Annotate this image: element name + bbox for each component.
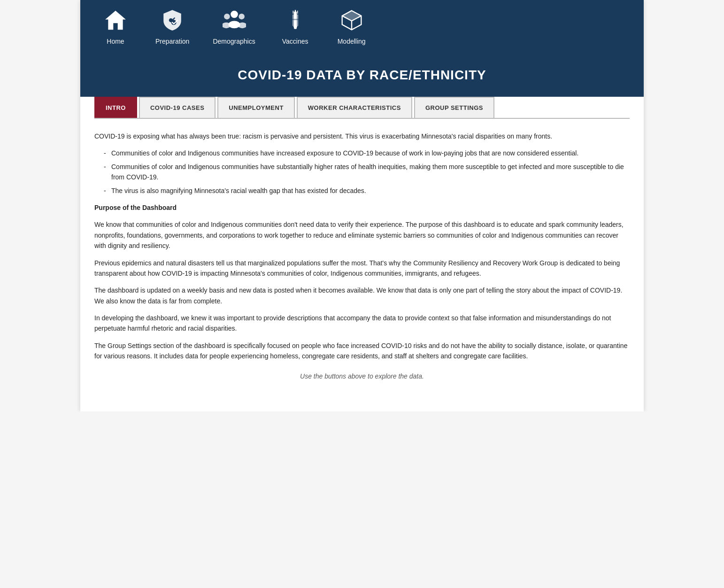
tab-worker-characteristics[interactable]: WORKER CHARACTERISTICS	[297, 97, 412, 118]
home-icon	[104, 8, 127, 35]
syringe-icon	[284, 8, 307, 35]
hero-section: COVID-19 DATA BY RACE/ETHNICITY	[80, 54, 644, 97]
nav-preparation-label: Preparation	[155, 38, 189, 45]
purpose-paragraph: We know that communities of color and In…	[94, 219, 630, 251]
main-content: INTRO COVID-19 CASES UNEMPLOYMENT WORKER…	[80, 97, 644, 411]
paragraph-5: In developing the dashboard, we knew it …	[94, 313, 630, 334]
nav-item-preparation[interactable]: Preparation	[151, 5, 194, 49]
paragraph-3: Previous epidemics and natural disasters…	[94, 258, 630, 279]
nav-demographics-label: Demographics	[213, 38, 255, 45]
nav-vaccines-label: Vaccines	[282, 38, 308, 45]
bullet-list: Communities of color and Indigenous comm…	[104, 148, 630, 196]
group-icon	[223, 8, 246, 35]
footer-note: Use the buttons above to explore the dat…	[94, 371, 630, 381]
svg-point-3	[231, 11, 238, 18]
paragraph-6: The Group Settings section of the dashbo…	[94, 340, 630, 362]
svg-marker-0	[105, 11, 126, 30]
nav-item-home[interactable]: Home	[94, 5, 137, 49]
intro-paragraph-1: COVID-19 is exposing what has always bee…	[94, 131, 630, 141]
nav-item-modelling[interactable]: Modelling	[331, 5, 373, 49]
bullet-item-3: The virus is also magnifying Minnesota's…	[104, 186, 630, 196]
content-area: COVID-19 is exposing what has always bee…	[94, 126, 630, 397]
tab-group-settings[interactable]: GROUP SETTINGS	[414, 97, 494, 118]
tabs-row: INTRO COVID-19 CASES UNEMPLOYMENT WORKER…	[94, 97, 630, 119]
nav-modelling-label: Modelling	[338, 38, 366, 45]
nav-item-demographics[interactable]: Demographics	[208, 5, 260, 49]
svg-point-7	[239, 14, 245, 20]
nav-bar: Home Preparation	[80, 0, 644, 54]
tab-covid-cases[interactable]: COVID-19 CASES	[139, 97, 216, 118]
shield-icon	[161, 8, 184, 35]
bullet-item-2: Communities of color and Indigenous comm…	[104, 162, 630, 183]
svg-rect-15	[291, 19, 300, 20]
svg-point-5	[224, 14, 230, 20]
svg-marker-17	[342, 11, 361, 21]
svg-marker-14	[293, 26, 297, 29]
hero-title: COVID-19 DATA BY RACE/ETHNICITY	[90, 68, 634, 83]
tab-unemployment[interactable]: UNEMPLOYMENT	[217, 97, 295, 118]
cube-icon	[340, 8, 363, 35]
nav-item-vaccines[interactable]: Vaccines	[274, 5, 316, 49]
nav-home-label: Home	[107, 38, 124, 45]
tab-intro[interactable]: INTRO	[94, 97, 137, 118]
purpose-heading: Purpose of the Dashboard	[94, 202, 630, 213]
paragraph-4: The dashboard is updated on a weekly bas…	[94, 285, 630, 306]
bullet-item-1: Communities of color and Indigenous comm…	[104, 148, 630, 158]
